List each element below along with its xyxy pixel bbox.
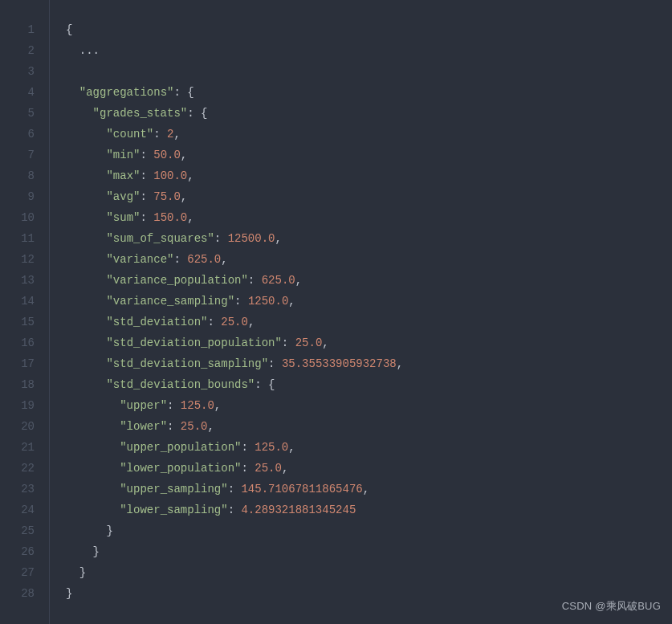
line-number: 21 [0,437,35,458]
line-number: 2 [0,40,35,61]
line-number: 17 [0,353,35,374]
code-line: "upper_population": 125.0, [66,437,672,458]
line-number: 28 [0,583,35,604]
line-number: 12 [0,249,35,270]
code-editor: 1 2 3 4 5 6 7 8 9 10 11 12 13 14 15 16 1… [0,0,672,624]
code-line: "std_deviation": 25.0, [66,312,672,332]
code-line: "upper_sampling": 145.71067811865476, [66,479,672,500]
code-line: } [66,562,672,583]
line-number: 19 [0,395,35,416]
line-number: 4 [0,82,35,103]
line-number: 3 [0,61,35,82]
line-number: 23 [0,479,35,500]
line-number: 27 [0,562,35,583]
code-line [66,61,672,82]
code-line: "variance": 625.0, [66,249,672,270]
code-line: "std_deviation_population": 25.0, [66,332,672,353]
code-line: "min": 50.0, [66,145,672,165]
code-line: "upper": 125.0, [66,395,672,416]
code-line: "max": 100.0, [66,165,672,186]
line-number-gutter: 1 2 3 4 5 6 7 8 9 10 11 12 13 14 15 16 1… [0,0,50,624]
code-line: "aggregations": { [66,82,672,103]
code-line: "count": 2, [66,124,672,145]
code-line: { [66,19,672,40]
code-line: "lower_sampling": 4.289321881345245 [66,500,672,520]
code-line: "lower": 25.0, [66,416,672,437]
code-line: "lower_population": 25.0, [66,458,672,479]
line-number: 9 [0,186,35,207]
code-line: "std_deviation_bounds": { [66,374,672,395]
code-line: "sum": 150.0, [66,207,672,228]
line-number: 5 [0,103,35,124]
line-number: 20 [0,416,35,437]
code-line: "avg": 75.0, [66,186,672,207]
line-number: 10 [0,207,35,228]
line-number: 11 [0,228,35,249]
line-number: 14 [0,291,35,312]
line-number: 16 [0,332,35,353]
line-number: 22 [0,458,35,479]
code-line: } [66,520,672,541]
code-area[interactable]: { ... "aggregations": { "grades_stats": … [50,0,672,624]
line-number: 7 [0,145,35,165]
line-number: 26 [0,541,35,562]
line-number: 6 [0,124,35,145]
watermark: CSDN @乘风破BUG [562,597,661,616]
line-number: 13 [0,270,35,291]
code-line: "variance_sampling": 1250.0, [66,291,672,312]
line-number: 18 [0,374,35,395]
code-line: "variance_population": 625.0, [66,270,672,291]
line-number: 24 [0,500,35,520]
line-number: 25 [0,520,35,541]
line-number: 8 [0,165,35,186]
line-number: 15 [0,312,35,332]
code-line: } [66,541,672,562]
line-number: 1 [0,19,35,40]
code-line: "std_deviation_sampling": 35.35533905932… [66,353,672,374]
code-line: ... [66,40,672,61]
code-line: "sum_of_squares": 12500.0, [66,228,672,249]
code-line: "grades_stats": { [66,103,672,124]
